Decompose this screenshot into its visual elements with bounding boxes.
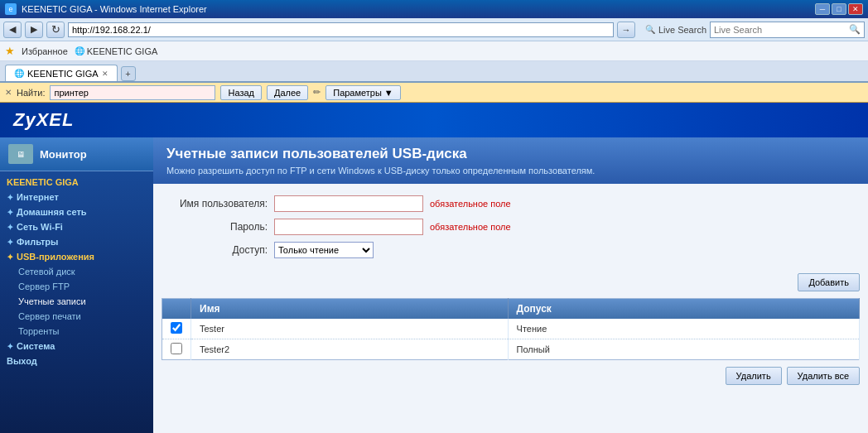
search-box: 🔍 <box>710 22 865 38</box>
sidebar-item-homenet[interactable]: ✦ Домашняя сеть <box>0 204 153 219</box>
zyxel-logo: ZyXEL <box>13 109 74 131</box>
wifi-plus-icon: ✦ <box>7 223 13 232</box>
keenetic-fav-icon: 🌐 <box>75 46 84 55</box>
sidebar-monitor-section: 🖥 Монитор <box>0 137 153 171</box>
password-required-label: обязательное поле <box>430 222 511 232</box>
browser-icon: e <box>5 3 17 15</box>
sidebar-item-wifi[interactable]: ✦ Сеть Wi-Fi <box>0 219 153 234</box>
minimize-button[interactable]: ─ <box>815 3 830 15</box>
new-tab-button[interactable]: + <box>121 66 136 81</box>
browser-content: ZyXEL 🖥 Монитор KEENETIC GIGA ✦ Интернет <box>0 103 868 433</box>
title-bar: e KEENETIC GIGA - Windows Internet Explo… <box>0 0 868 18</box>
sidebar-logout-label: Выход <box>7 356 37 366</box>
live-search-icon: 🔍 <box>645 25 655 34</box>
sidebar-internet-label: Интернет <box>17 192 59 202</box>
sidebar-item-usb[interactable]: ✦ USB-приложения <box>0 249 153 264</box>
delete-button[interactable]: Удалить <box>726 367 782 385</box>
refresh-button[interactable]: ↻ <box>46 22 65 38</box>
pencil-icon: ✏ <box>313 87 321 98</box>
table-cell-name-1: Tester <box>191 319 509 339</box>
back-button[interactable]: ◀ <box>3 22 22 38</box>
find-forward-button[interactable]: Далее <box>267 85 308 100</box>
sidebar-item-filters[interactable]: ✦ Фильтры <box>0 234 153 249</box>
row1-checkbox[interactable] <box>171 322 182 334</box>
sidebar-item-torrents[interactable]: Торренты <box>0 324 153 339</box>
sidebar-usb-label: USB-приложения <box>17 252 94 262</box>
page-header: Учетные записи пользователей USB-диска М… <box>153 137 868 184</box>
username-required-label: обязательное поле <box>430 199 511 209</box>
maximize-button[interactable]: □ <box>832 3 846 15</box>
find-close-button[interactable]: ✕ <box>5 88 12 97</box>
address-input[interactable] <box>68 22 614 37</box>
sidebar-item-system[interactable]: ✦ Система <box>0 339 153 354</box>
right-content: Учетные записи пользователей USB-диска М… <box>153 137 868 433</box>
system-plus-icon: ✦ <box>7 342 13 351</box>
access-select[interactable]: Только чтение Полный <box>274 242 374 258</box>
sidebar-item-netdisk[interactable]: Сетевой диск <box>0 264 153 279</box>
form-area: Имя пользователя: обязательное поле Паро… <box>153 184 868 273</box>
zyxel-header: ZyXEL <box>0 103 868 137</box>
find-params-button[interactable]: Параметры ▼ <box>326 85 401 100</box>
sidebar-item-logout[interactable]: Выход <box>0 354 153 368</box>
page-subtitle: Можно разрешить доступ по FTP и сети Win… <box>166 166 855 176</box>
keenetic-fav-label: KEENETIC GIGA <box>87 46 158 56</box>
internet-plus-icon: ✦ <box>7 193 13 202</box>
sidebar-system-label: Система <box>17 341 55 351</box>
sidebar: 🖥 Монитор KEENETIC GIGA ✦ Интернет ✦ Дом… <box>0 137 153 433</box>
sidebar-ftpserver-label: Сервер FTP <box>18 281 70 291</box>
sidebar-item-accounts[interactable]: Учетные записи <box>0 294 153 309</box>
sidebar-filters-label: Фильтры <box>17 237 58 247</box>
table-cell-checkbox-2 <box>162 339 191 360</box>
live-search-label: Live Search <box>658 25 706 35</box>
monitor-icon: 🖥 <box>8 144 33 164</box>
table-cell-access-2: Полный <box>508 339 859 360</box>
favorites-label: Избранное <box>22 46 68 56</box>
access-label: Доступ: <box>166 244 274 256</box>
forward-button[interactable]: ▶ <box>25 22 43 38</box>
tab-close-button[interactable]: ✕ <box>102 70 108 78</box>
search-submit-icon[interactable]: 🔍 <box>849 24 861 35</box>
add-button[interactable]: Добавить <box>798 273 860 291</box>
sidebar-torrents-label: Торренты <box>18 326 59 336</box>
go-button[interactable]: → <box>617 22 635 38</box>
user-table: Имя Допуск Tester Чтение <box>162 298 860 360</box>
sidebar-item-ftpserver[interactable]: Сервер FTP <box>0 279 153 294</box>
find-label: Найти: <box>17 88 45 98</box>
sidebar-accounts-label: Учетные записи <box>18 296 86 306</box>
password-input[interactable] <box>274 219 423 235</box>
find-params-label: Параметры <box>333 88 382 98</box>
favorites-keenetic[interactable]: 🌐 KEENETIC GIGA <box>75 46 158 56</box>
row2-checkbox[interactable] <box>171 343 182 354</box>
sidebar-item-printserver[interactable]: Сервер печати <box>0 309 153 324</box>
sidebar-printserver-label: Сервер печати <box>18 311 81 321</box>
sidebar-nav: KEENETIC GIGA ✦ Интернет ✦ Домашняя сеть… <box>0 171 153 372</box>
find-bar: ✕ Найти: Назад Далее ✏ Параметры ▼ <box>0 83 868 103</box>
table-footer: Удалить Удалить все <box>153 360 868 392</box>
homenet-plus-icon: ✦ <box>7 208 13 217</box>
add-button-row: Добавить <box>153 273 868 291</box>
table-col-name: Имя <box>191 299 509 320</box>
username-input[interactable] <box>274 195 423 212</box>
content-wrapper: 🖥 Монитор KEENETIC GIGA ✦ Интернет ✦ Дом… <box>0 137 868 433</box>
search-input[interactable] <box>714 25 846 35</box>
find-input[interactable] <box>50 85 215 100</box>
table-row: Tester2 Полный <box>162 339 860 360</box>
sidebar-homenet-label: Домашняя сеть <box>17 207 87 217</box>
find-back-button[interactable]: Назад <box>220 85 262 100</box>
table-cell-name-2: Tester2 <box>191 339 509 360</box>
table-row: Tester Чтение <box>162 319 860 339</box>
access-row: Доступ: Только чтение Полный <box>166 242 855 258</box>
usb-plus-icon: ✦ <box>7 253 13 262</box>
username-row: Имя пользователя: обязательное поле <box>166 195 855 212</box>
sidebar-monitor-label: Монитор <box>40 148 87 161</box>
password-row: Пароль: обязательное поле <box>166 219 855 235</box>
delete-all-button[interactable]: Удалить все <box>787 367 860 385</box>
sidebar-item-internet[interactable]: ✦ Интернет <box>0 190 153 204</box>
favorites-bar: ★ Избранное 🌐 KEENETIC GIGA <box>0 41 868 61</box>
table-cell-checkbox-1 <box>162 319 191 339</box>
close-button[interactable]: ✕ <box>848 3 863 15</box>
table-col-checkbox <box>162 299 191 320</box>
tab-bar: 🌐 KEENETIC GIGA ✕ + <box>0 61 868 83</box>
page-title: Учетные записи пользователей USB-диска <box>166 146 855 162</box>
main-tab[interactable]: 🌐 KEENETIC GIGA ✕ <box>5 65 118 81</box>
